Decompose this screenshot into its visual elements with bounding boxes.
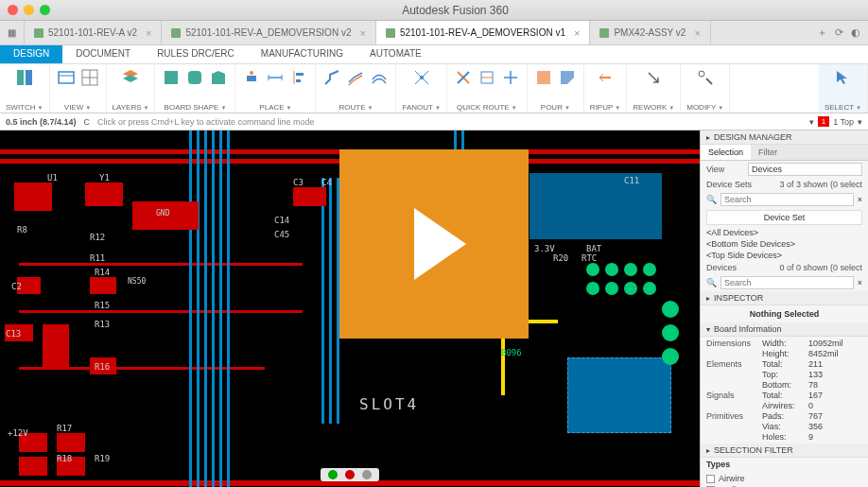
ribbon-tab-manufacturing[interactable]: MANUFACTURING bbox=[248, 45, 356, 63]
ripup-icon[interactable] bbox=[595, 67, 616, 88]
info-cell: Dimensions bbox=[706, 339, 758, 348]
layers-icon[interactable] bbox=[120, 67, 141, 88]
design-manager-header[interactable]: ▸DESIGN MANAGER bbox=[701, 130, 868, 145]
list-item[interactable]: <Top Side Devices> bbox=[706, 250, 862, 261]
list-item[interactable]: <Bottom Side Devices> bbox=[706, 238, 862, 250]
close-icon[interactable]: × bbox=[146, 27, 151, 39]
help-icon[interactable]: ⟳ bbox=[835, 26, 843, 39]
minimize-window-button[interactable] bbox=[24, 5, 34, 15]
list-item[interactable]: <All Devices> bbox=[706, 227, 862, 238]
quickroute-icon[interactable] bbox=[453, 67, 474, 88]
close-icon[interactable]: × bbox=[359, 27, 365, 39]
switch-icon[interactable] bbox=[14, 67, 35, 88]
pour-icon[interactable] bbox=[533, 67, 554, 88]
route-icon[interactable] bbox=[321, 67, 342, 88]
ribbon-group-view[interactable]: VIEW▼ bbox=[50, 64, 107, 113]
close-icon[interactable]: × bbox=[574, 27, 580, 39]
info-cell: 167 bbox=[808, 391, 862, 400]
route-multi-icon[interactable] bbox=[369, 67, 390, 88]
view-select[interactable]: Devices bbox=[748, 163, 862, 176]
quickroute-icon-3[interactable] bbox=[500, 67, 521, 88]
align-icon[interactable] bbox=[288, 67, 309, 88]
new-tab-button[interactable]: ＋ bbox=[817, 26, 827, 40]
tab-home[interactable]: ▦ bbox=[0, 21, 25, 44]
svg-rect-18 bbox=[296, 73, 304, 76]
side-tab-selection[interactable]: Selection bbox=[701, 145, 751, 160]
info-cell: Height: bbox=[762, 349, 805, 358]
selection-filter-header[interactable]: ▸SELECTION FILTER bbox=[701, 444, 868, 458]
ribbon-group-pour[interactable]: POUR▼ bbox=[528, 64, 584, 113]
devices-search[interactable] bbox=[720, 276, 854, 289]
board-round-icon[interactable] bbox=[184, 67, 205, 88]
document-tab[interactable]: 52101-101-REV-A_DEMOVERSION v1× bbox=[376, 21, 591, 44]
ribbon-group-select[interactable]: SELECT▼ bbox=[819, 64, 868, 113]
info-cell bbox=[706, 370, 758, 379]
ribbon-group-quick-route[interactable]: QUICK ROUTE▼ bbox=[447, 64, 528, 113]
layer-number[interactable]: 1 bbox=[818, 116, 829, 127]
ribbon-group-fanout[interactable]: FANOUT▼ bbox=[396, 64, 446, 113]
layer-dot-green[interactable] bbox=[328, 470, 338, 479]
ribbon-group-board-shape[interactable]: BOARD SHAPE▼ bbox=[155, 64, 235, 113]
nothing-selected: Nothing Selected bbox=[701, 305, 868, 322]
clear-icon[interactable]: × bbox=[858, 195, 862, 204]
status-bar: 0.5 inch (8.7/4.14) C Click or press Cmd… bbox=[0, 113, 868, 130]
ribbon-tab-automate[interactable]: AUTOMATE bbox=[356, 45, 435, 63]
ribbon-group-route[interactable]: ROUTE▼ bbox=[316, 64, 396, 113]
maximize-window-button[interactable] bbox=[40, 5, 50, 15]
rework-icon[interactable] bbox=[643, 67, 664, 88]
ribbon-group-ripup[interactable]: RIPUP▼ bbox=[584, 64, 627, 113]
document-tab[interactable]: 52101-101-REV-A_DEMOVERSION v2× bbox=[162, 21, 376, 44]
ribbon-tab-design[interactable]: DESIGN bbox=[0, 45, 62, 63]
ribbon-tab-document[interactable]: DOCUMENT bbox=[62, 45, 144, 63]
close-icon[interactable]: × bbox=[694, 27, 700, 39]
board-icon[interactable] bbox=[161, 67, 182, 88]
ribbon-group-switch[interactable]: SWITCH▼ bbox=[0, 64, 50, 113]
place-icon[interactable] bbox=[241, 67, 262, 88]
document-tab[interactable]: PMX42-ASSY v2× bbox=[590, 21, 710, 44]
view-icon[interactable] bbox=[56, 67, 77, 88]
select-icon[interactable] bbox=[832, 67, 853, 88]
ribbon-group-modify[interactable]: MODIFY▼ bbox=[681, 64, 730, 113]
svg-rect-26 bbox=[537, 71, 550, 84]
inspector-header[interactable]: ▸INSPECTOR bbox=[701, 291, 868, 305]
board-poly-icon[interactable] bbox=[208, 67, 229, 88]
user-icon[interactable]: ◐ bbox=[851, 26, 860, 39]
layer-dot-red[interactable] bbox=[345, 470, 355, 479]
layer-dropdown-icon[interactable]: ▾ bbox=[858, 117, 862, 127]
layer-prev-icon[interactable]: ▾ bbox=[809, 117, 814, 127]
info-cell: Signals bbox=[706, 391, 758, 400]
route-diff-icon[interactable] bbox=[345, 67, 366, 88]
play-video-overlay[interactable] bbox=[339, 149, 529, 339]
modify-icon[interactable] bbox=[695, 67, 716, 88]
checkbox[interactable] bbox=[706, 475, 715, 483]
ribbon-group-layers[interactable]: LAYERS▼ bbox=[107, 64, 156, 113]
info-cell: 8452mil bbox=[808, 349, 862, 358]
svg-rect-9 bbox=[165, 71, 178, 84]
doc-icon bbox=[386, 28, 395, 38]
svg-line-23 bbox=[415, 78, 422, 84]
types-list: AirwireAttributeCircleDeviceDimensionFra… bbox=[701, 471, 868, 487]
info-cell: Pads: bbox=[762, 411, 805, 421]
board-info-header[interactable]: ▾Board Information bbox=[701, 322, 868, 337]
type-item[interactable]: Airwire bbox=[706, 473, 862, 484]
quickroute-icon-2[interactable] bbox=[477, 67, 497, 88]
close-window-button[interactable] bbox=[8, 5, 18, 15]
clear-icon[interactable]: × bbox=[858, 278, 862, 287]
pour-icon-2[interactable] bbox=[557, 67, 578, 88]
dimension-icon[interactable] bbox=[265, 67, 286, 88]
ribbon-tab-rules[interactable]: RULES DRC/ERC bbox=[144, 45, 248, 63]
ribbon-group-place[interactable]: PLACE▼ bbox=[235, 64, 316, 113]
info-cell: 10952mil bbox=[808, 339, 862, 348]
side-tab-filter[interactable]: Filter bbox=[751, 145, 785, 160]
document-tab[interactable]: 52101-101-REV-A v2× bbox=[25, 21, 162, 44]
grid-icon[interactable] bbox=[79, 67, 100, 88]
ribbon-group-rework[interactable]: REWORK▼ bbox=[627, 64, 681, 113]
search-icon: 🔍 bbox=[706, 278, 717, 287]
layer-dot-gray[interactable] bbox=[362, 470, 372, 479]
layer-name[interactable]: 1 Top bbox=[833, 117, 854, 127]
fanout-icon[interactable] bbox=[411, 67, 432, 88]
device-sets-search[interactable] bbox=[720, 193, 854, 206]
svg-line-22 bbox=[422, 71, 428, 78]
tab-controls: ＋ ⟳ ◐ bbox=[809, 21, 868, 44]
device-set-col-header: Device Set bbox=[706, 210, 862, 225]
